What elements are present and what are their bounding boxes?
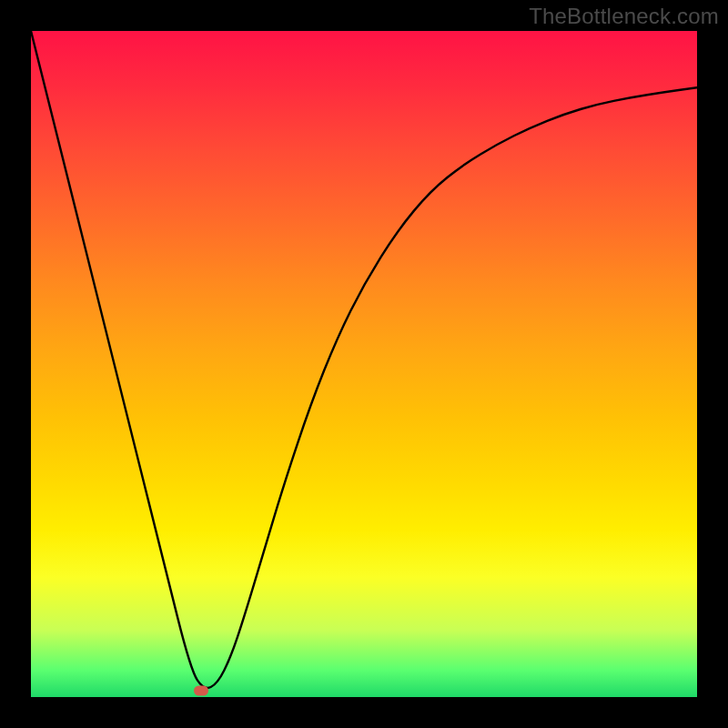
- watermark-text: TheBottleneck.com: [529, 4, 719, 29]
- chart-frame: TheBottleneck.com: [0, 0, 728, 728]
- plot-background-gradient: [31, 31, 697, 697]
